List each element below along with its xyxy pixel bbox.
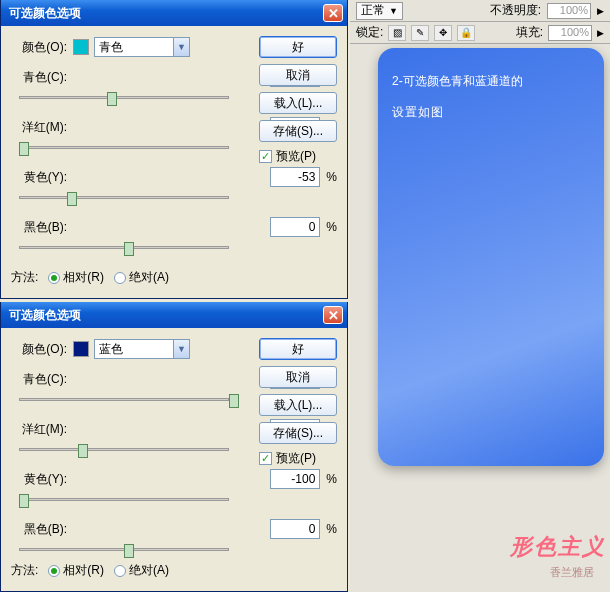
relative-label: 相对(R) (63, 562, 104, 579)
fill-label: 填充: (516, 24, 543, 41)
preview-label: 预览(P) (276, 450, 316, 467)
yellow-input[interactable]: -100 (270, 469, 320, 489)
magenta-slider[interactable] (19, 142, 229, 156)
opacity-label: 不透明度: (490, 2, 541, 19)
close-icon[interactable]: ✕ (323, 306, 343, 324)
save-button[interactable]: 存储(S)... (259, 120, 337, 142)
absolute-label: 绝对(A) (129, 562, 169, 579)
radio-relative[interactable] (48, 565, 60, 577)
titlebar[interactable]: 可选颜色选项 ✕ (1, 0, 347, 26)
lock-move-icon[interactable]: ✥ (434, 25, 452, 41)
color-select[interactable]: 青色 (94, 37, 174, 57)
yellow-label: 黄色(Y): (11, 471, 73, 488)
lock-label: 锁定: (356, 24, 383, 41)
cyan-label: 青色(C): (11, 69, 73, 86)
black-input[interactable]: 0 (270, 217, 320, 237)
black-slider[interactable] (19, 242, 229, 256)
fill-input[interactable]: 100% (548, 25, 592, 41)
yellow-slider[interactable] (19, 494, 229, 508)
menu-arrow-icon[interactable]: ▶ (597, 28, 604, 38)
load-button[interactable]: 载入(L)... (259, 394, 337, 416)
magenta-label: 洋红(M): (11, 119, 73, 136)
absolute-label: 绝对(A) (129, 269, 169, 286)
tooltip-line1: 2-可选颜色青和蓝通道的 (392, 66, 590, 97)
black-label: 黑色(B): (11, 521, 73, 538)
chevron-down-icon: ▼ (389, 6, 398, 16)
lock-transparent-icon[interactable]: ▨ (388, 25, 406, 41)
selective-color-dialog-cyan: 可选颜色选项 ✕ 颜色(O): 青色 ▼ 青色(C): -18 % 洋红(M):… (0, 0, 348, 299)
method-row: 方法: 相对(R) 绝对(A) (11, 562, 169, 579)
method-label: 方法: (11, 562, 38, 579)
radio-absolute[interactable] (114, 565, 126, 577)
preview-label: 预览(P) (276, 148, 316, 165)
color-swatch (73, 341, 89, 357)
blend-opacity-strip: 正常▼ 不透明度: 100% ▶ (350, 0, 610, 22)
titlebar[interactable]: 可选颜色选项 ✕ (1, 302, 347, 328)
preview-checkbox[interactable]: ✓ (259, 150, 272, 163)
magenta-slider[interactable] (19, 444, 229, 458)
menu-arrow-icon[interactable]: ▶ (597, 6, 604, 16)
cancel-button[interactable]: 取消 (259, 366, 337, 388)
cancel-button[interactable]: 取消 (259, 64, 337, 86)
cyan-slider[interactable] (19, 92, 229, 106)
blend-mode-select[interactable]: 正常▼ (356, 2, 403, 20)
magenta-label: 洋红(M): (11, 421, 73, 438)
color-label: 颜色(O): (11, 39, 73, 56)
tooltip-line2: 设置如图 (392, 97, 590, 128)
annotation-tooltip: 2-可选颜色青和蓝通道的 设置如图 (378, 48, 604, 466)
ok-button[interactable]: 好 (259, 338, 337, 360)
selective-color-dialog-blue: 可选颜色选项 ✕ 颜色(O): 蓝色 ▼ 青色(C): +100 % 洋红(M)… (0, 302, 348, 592)
radio-relative[interactable] (48, 272, 60, 284)
save-button[interactable]: 存储(S)... (259, 422, 337, 444)
method-row: 方法: 相对(R) 绝对(A) (11, 269, 169, 286)
load-button[interactable]: 载入(L)... (259, 92, 337, 114)
color-select[interactable]: 蓝色 (94, 339, 174, 359)
black-slider[interactable] (19, 544, 229, 558)
yellow-input[interactable]: -53 (270, 167, 320, 187)
chevron-down-icon[interactable]: ▼ (174, 339, 190, 359)
relative-label: 相对(R) (63, 269, 104, 286)
lock-all-icon[interactable]: 🔒 (457, 25, 475, 41)
ok-button[interactable]: 好 (259, 36, 337, 58)
color-swatch (73, 39, 89, 55)
chevron-down-icon[interactable]: ▼ (174, 37, 190, 57)
yellow-label: 黄色(Y): (11, 169, 73, 186)
lock-paint-icon[interactable]: ✎ (411, 25, 429, 41)
color-label: 颜色(O): (11, 341, 73, 358)
cyan-slider[interactable] (19, 394, 229, 408)
opacity-input[interactable]: 100% (547, 3, 591, 19)
method-label: 方法: (11, 269, 38, 286)
black-input[interactable]: 0 (270, 519, 320, 539)
lock-strip: 锁定: ▨ ✎ ✥ 🔒 填充: 100% ▶ (350, 22, 610, 44)
dialog-title: 可选颜色选项 (9, 5, 81, 22)
watermark: 形色主义 (510, 532, 606, 562)
yellow-slider[interactable] (19, 192, 229, 206)
dialog-title: 可选颜色选项 (9, 307, 81, 324)
cyan-label: 青色(C): (11, 371, 73, 388)
black-label: 黑色(B): (11, 219, 73, 236)
radio-absolute[interactable] (114, 272, 126, 284)
close-icon[interactable]: ✕ (323, 4, 343, 22)
watermark-sub: 香兰雅居 (550, 565, 594, 580)
preview-checkbox[interactable]: ✓ (259, 452, 272, 465)
